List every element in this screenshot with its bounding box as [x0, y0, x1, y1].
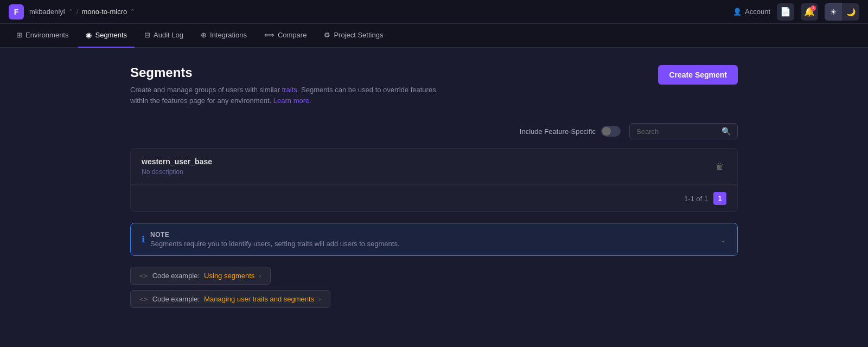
code-example-2-label: Managing user traits and segments — [204, 295, 314, 303]
subnav-item-compare[interactable]: ⟺ Compare — [257, 24, 314, 48]
subnav-item-audit-log[interactable]: ⊟ Audit Log — [137, 24, 191, 48]
breadcrumb-separator: / — [76, 8, 79, 16]
pagination-range: 1-1 of 1 — [684, 195, 708, 203]
environments-label: Environments — [25, 31, 68, 39]
subnav-item-segments[interactable]: ◉ Segments — [78, 24, 135, 48]
feature-specific-toggle[interactable] — [601, 126, 621, 137]
app-logo[interactable]: F — [9, 4, 24, 20]
integrations-label: Integrations — [210, 31, 247, 39]
segment-table: western_user_base No description 🗑 1-1 o… — [130, 148, 738, 212]
note-box[interactable]: ℹ NOTE Segments require you to identify … — [130, 223, 738, 256]
create-segment-button[interactable]: Create Segment — [658, 65, 738, 85]
topnav-right-actions: 👤 Account 📄 🔔 1 ☀ 🌙 — [733, 3, 859, 21]
docs-icon: 📄 — [780, 7, 791, 17]
note-title: NOTE — [150, 231, 714, 239]
note-text: Segments require you to identify users, … — [150, 240, 714, 248]
segment-name[interactable]: western_user_base — [142, 157, 713, 166]
project-name[interactable]: mono-to-micro — [81, 8, 127, 16]
workspace-name[interactable]: mkbadeniyi — [29, 8, 65, 16]
docs-button[interactable]: 📄 — [777, 3, 794, 21]
account-menu[interactable]: 👤 Account — [733, 8, 770, 16]
segment-description: No description — [142, 168, 713, 176]
code-example-1[interactable]: <> Code example: Using segments › — [130, 267, 271, 285]
feature-specific-label: Include Feature-Specific — [520, 127, 596, 136]
code-example-2-chevron: › — [318, 295, 321, 303]
code-example-1-label: Using segments — [204, 272, 254, 280]
theme-toggle: ☀ 🌙 — [825, 3, 859, 21]
page-description: Create and manage groups of users with s… — [130, 85, 456, 106]
breadcrumb-chevron-1: ⌃ — [68, 8, 73, 15]
note-chevron-icon: ⌄ — [720, 235, 726, 244]
learn-more-link[interactable]: Learn more. — [273, 97, 311, 105]
environments-icon: ⊞ — [16, 31, 22, 39]
breadcrumb: mkbadeniyi ⌃ / mono-to-micro ⌃ — [29, 8, 135, 16]
account-icon: 👤 — [733, 8, 742, 16]
code-icon-2: <> — [139, 295, 148, 303]
pagination-row: 1-1 of 1 1 — [131, 185, 737, 211]
integrations-icon: ⊕ — [201, 31, 207, 39]
code-example-1-prefix: Code example: — [152, 272, 200, 280]
delete-segment-button[interactable]: 🗑 — [713, 159, 726, 174]
light-mode-button[interactable]: ☀ — [825, 3, 842, 21]
search-input[interactable] — [636, 127, 717, 136]
page-title: Segments — [130, 65, 456, 80]
segments-label: Segments — [95, 31, 127, 39]
table-row: western_user_base No description 🗑 — [131, 149, 737, 185]
breadcrumb-chevron-2: ⌃ — [130, 8, 135, 15]
sun-icon: ☀ — [830, 8, 837, 16]
note-content: NOTE Segments require you to identify us… — [150, 231, 714, 248]
compare-icon: ⟺ — [264, 31, 275, 39]
search-icon: 🔍 — [722, 127, 731, 136]
subnav-item-integrations[interactable]: ⊕ Integrations — [193, 24, 254, 48]
page-title-area: Segments Create and manage groups of use… — [130, 65, 456, 106]
segments-icon: ◉ — [86, 31, 92, 39]
code-example-1-chevron: › — [259, 272, 261, 280]
top-navigation: F mkbadeniyi ⌃ / mono-to-micro ⌃ 👤 Accou… — [0, 0, 868, 24]
info-icon: ℹ — [142, 234, 145, 245]
code-example-2-prefix: Code example: — [152, 295, 200, 303]
page-header: Segments Create and manage groups of use… — [130, 65, 738, 106]
pagination-current-page[interactable]: 1 — [713, 192, 726, 205]
compare-label: Compare — [278, 31, 307, 39]
toolbar-row: Include Feature-Specific 🔍 — [130, 123, 738, 139]
audit-log-icon: ⊟ — [144, 31, 150, 39]
main-content: Segments Create and manage groups of use… — [108, 48, 760, 331]
audit-log-label: Audit Log — [154, 31, 183, 39]
project-settings-label: Project Settings — [334, 31, 383, 39]
code-icon-1: <> — [139, 272, 148, 280]
code-example-2[interactable]: <> Code example: Managing user traits an… — [130, 290, 330, 308]
project-settings-icon: ⚙ — [324, 31, 330, 39]
sub-navigation: ⊞ Environments ◉ Segments ⊟ Audit Log ⊕ … — [0, 24, 868, 48]
segment-info: western_user_base No description — [142, 157, 713, 176]
account-label: Account — [745, 8, 770, 16]
moon-icon: 🌙 — [846, 8, 856, 16]
notification-badge: 1 — [810, 5, 816, 11]
subnav-item-project-settings[interactable]: ⚙ Project Settings — [316, 24, 391, 48]
dark-mode-button[interactable]: 🌙 — [842, 3, 859, 21]
traits-link[interactable]: traits — [282, 86, 297, 94]
search-box: 🔍 — [629, 123, 738, 139]
subnav-item-environments[interactable]: ⊞ Environments — [9, 24, 76, 48]
feature-specific-toggle-area: Include Feature-Specific — [520, 126, 621, 137]
segment-actions: 🗑 — [713, 159, 726, 174]
notifications-button[interactable]: 🔔 1 — [801, 3, 818, 21]
